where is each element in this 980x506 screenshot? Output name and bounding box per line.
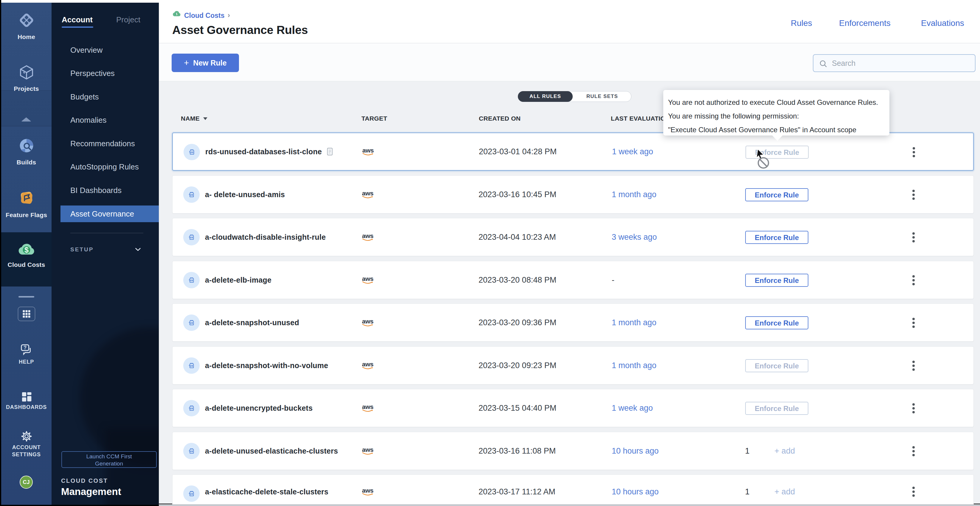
svg-text:$: $ [24, 246, 29, 254]
svg-text:?: ? [24, 345, 27, 350]
svg-text:$: $ [176, 13, 178, 16]
